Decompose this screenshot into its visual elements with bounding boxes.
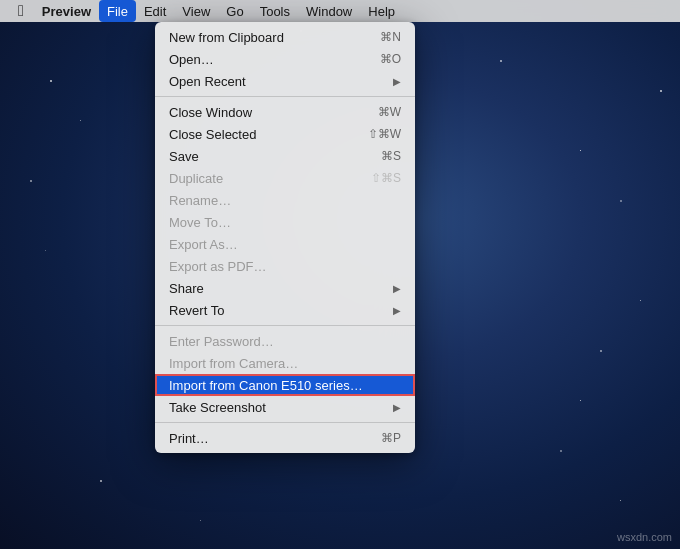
save-item[interactable]: Save ⌘S [155, 145, 415, 167]
print-item[interactable]: Print… ⌘P [155, 427, 415, 449]
duplicate-label: Duplicate [169, 171, 223, 186]
revert-to-label: Revert To [169, 303, 224, 318]
close-window-label: Close Window [169, 105, 252, 120]
file-dropdown-menu: New from Clipboard ⌘N Open… ⌘O Open Rece… [155, 22, 415, 453]
menubar:  Preview File Edit View Go Tools Window… [0, 0, 680, 22]
open-item[interactable]: Open… ⌘O [155, 48, 415, 70]
take-screenshot-arrow: ▶ [393, 402, 401, 413]
revert-to-arrow: ▶ [393, 305, 401, 316]
enter-password-item[interactable]: Enter Password… [155, 330, 415, 352]
go-menu[interactable]: Go [218, 0, 251, 22]
apple-menu[interactable]:  [8, 0, 34, 22]
open-recent-item[interactable]: Open Recent ▶ [155, 70, 415, 92]
move-to-item[interactable]: Move To… [155, 211, 415, 233]
export-as-pdf-item[interactable]: Export as PDF… [155, 255, 415, 277]
rename-item[interactable]: Rename… [155, 189, 415, 211]
print-label: Print… [169, 431, 209, 446]
import-from-camera-item[interactable]: Import from Camera… [155, 352, 415, 374]
import-from-canon-label: Import from Canon E510 series… [169, 378, 363, 393]
file-menu[interactable]: File [99, 0, 136, 22]
print-shortcut: ⌘P [381, 431, 401, 445]
tools-menu[interactable]: Tools [252, 0, 298, 22]
open-label: Open… [169, 52, 214, 67]
enter-password-label: Enter Password… [169, 334, 274, 349]
close-selected-shortcut: ⇧⌘W [368, 127, 401, 141]
move-to-label: Move To… [169, 215, 231, 230]
share-item[interactable]: Share ▶ [155, 277, 415, 299]
separator-3 [155, 422, 415, 423]
new-from-clipboard-item[interactable]: New from Clipboard ⌘N [155, 26, 415, 48]
duplicate-item[interactable]: Duplicate ⇧⌘S [155, 167, 415, 189]
save-shortcut: ⌘S [381, 149, 401, 163]
close-selected-label: Close Selected [169, 127, 256, 142]
view-menu[interactable]: View [174, 0, 218, 22]
take-screenshot-item[interactable]: Take Screenshot ▶ [155, 396, 415, 418]
share-arrow: ▶ [393, 283, 401, 294]
revert-to-item[interactable]: Revert To ▶ [155, 299, 415, 321]
export-as-label: Export As… [169, 237, 238, 252]
new-from-clipboard-label: New from Clipboard [169, 30, 284, 45]
take-screenshot-label: Take Screenshot [169, 400, 266, 415]
export-as-item[interactable]: Export As… [155, 233, 415, 255]
import-from-canon-item[interactable]: Import from Canon E510 series… [155, 374, 415, 396]
separator-2 [155, 325, 415, 326]
open-recent-label: Open Recent [169, 74, 246, 89]
edit-menu[interactable]: Edit [136, 0, 174, 22]
separator-1 [155, 96, 415, 97]
open-shortcut: ⌘O [380, 52, 401, 66]
preview-menu[interactable]: Preview [34, 0, 99, 22]
open-recent-arrow: ▶ [393, 76, 401, 87]
duplicate-shortcut: ⇧⌘S [371, 171, 401, 185]
close-selected-item[interactable]: Close Selected ⇧⌘W [155, 123, 415, 145]
share-label: Share [169, 281, 204, 296]
watermark: wsxdn.com [617, 531, 672, 543]
save-label: Save [169, 149, 199, 164]
import-from-camera-label: Import from Camera… [169, 356, 298, 371]
rename-label: Rename… [169, 193, 231, 208]
export-as-pdf-label: Export as PDF… [169, 259, 267, 274]
help-menu[interactable]: Help [360, 0, 403, 22]
new-from-clipboard-shortcut: ⌘N [380, 30, 401, 44]
close-window-shortcut: ⌘W [378, 105, 401, 119]
close-window-item[interactable]: Close Window ⌘W [155, 101, 415, 123]
window-menu[interactable]: Window [298, 0, 360, 22]
